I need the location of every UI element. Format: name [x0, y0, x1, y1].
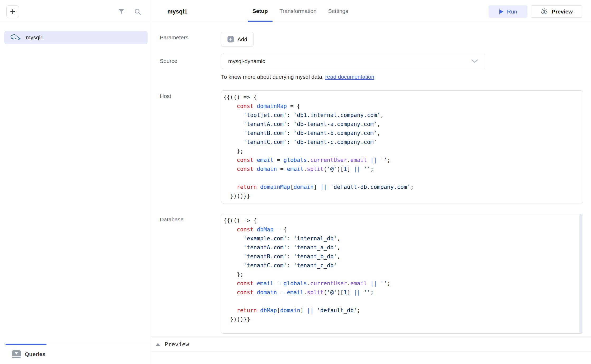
query-item-label: mysql1 — [26, 34, 44, 41]
code-line: {{(() => { — [223, 93, 579, 102]
code-line: 'tenantC.com': 'db-tenant-c.company.com' — [223, 138, 579, 147]
tab-transformation[interactable]: Transformation — [275, 0, 321, 22]
code-line: 'tenantB.com': 'tenant_b_db', — [223, 252, 576, 261]
sidebar-toolbar-icons — [118, 8, 141, 15]
host-label: Host — [160, 93, 171, 99]
add-parameter-button[interactable]: Add — [221, 32, 254, 47]
database-label: Database — [160, 216, 184, 222]
code-line: }; — [223, 147, 579, 156]
filter-icon[interactable] — [118, 8, 125, 15]
database-row: Database {{(() => { const dbMap = { 'exa… — [160, 214, 583, 334]
code-line — [223, 174, 579, 183]
editor-scrollbar[interactable] — [579, 214, 583, 333]
header-actions: Run Preview — [489, 5, 582, 18]
code-line: const domain = email.split('@')[1] || ''… — [223, 288, 576, 297]
code-line: 'tenantC.com': 'tenant_c_db' — [223, 261, 576, 270]
run-button[interactable]: Run — [489, 5, 527, 18]
preview-section-label: Preview — [165, 341, 189, 348]
search-icon[interactable] — [134, 8, 141, 15]
active-panel-indicator — [6, 344, 46, 345]
collapse-up-icon — [156, 343, 160, 346]
code-line: }; — [223, 270, 576, 279]
code-line: const domainMap = { — [223, 102, 579, 111]
query-editor-panel: mysql1 Setup Transformation Settings Run — [151, 0, 591, 364]
code-line: })()}} — [223, 315, 576, 324]
code-line — [223, 297, 576, 306]
code-line: const domain = email.split('@')[1] || ''… — [223, 165, 579, 174]
editor-tabs: Setup Transformation Settings — [248, 0, 355, 22]
sidebar-toolbar — [0, 0, 151, 23]
source-row: Source mysql-dynamic To know more about … — [160, 54, 583, 80]
code-line: return dbMap[domain] || 'default_db'; — [223, 306, 576, 315]
tab-settings[interactable]: Settings — [323, 0, 353, 22]
code-line: 'tenantB.com': 'db-tenant-b.company.com'… — [223, 129, 579, 138]
query-list-item-mysql1[interactable]: mysql1 — [4, 31, 148, 44]
source-label: Source — [160, 58, 177, 64]
queries-panel-icon — [12, 350, 21, 358]
preview-button[interactable]: Preview — [531, 5, 582, 18]
code-line: return domainMap[domain] || 'default-db.… — [223, 183, 579, 192]
source-select[interactable]: mysql-dynamic — [221, 54, 485, 69]
tab-setup[interactable]: Setup — [248, 0, 273, 22]
code-line: 'tenantA.com': 'tenant_a_db', — [223, 243, 576, 252]
source-select-value: mysql-dynamic — [228, 58, 265, 64]
code-line: const email = globals.currentUser.email … — [223, 279, 576, 288]
code-line: })()}} — [223, 192, 579, 200]
mysql-dolphin-icon — [10, 34, 21, 41]
play-icon — [499, 9, 504, 14]
queries-panel-tab[interactable]: Queries — [0, 344, 151, 364]
preview-button-label: Preview — [552, 8, 573, 15]
add-query-button[interactable] — [6, 5, 19, 18]
plus-icon — [10, 8, 16, 15]
read-documentation-link[interactable]: read documentation — [325, 74, 374, 80]
code-line: 'example.com': 'internal_db', — [223, 234, 576, 243]
parameters-row: Parameters Add — [160, 32, 583, 47]
code-line: 'tenantA.com': 'db-tenant-a.company.com'… — [223, 120, 579, 129]
setup-tab-content: Parameters Add Source mysql-dynamic — [151, 23, 591, 364]
query-list-sidebar: mysql1 Queries — [0, 0, 151, 364]
plus-square-icon — [227, 36, 234, 43]
code-line: const email = globals.currentUser.email … — [223, 156, 579, 165]
chevron-down-icon — [471, 59, 478, 63]
preview-eye-icon — [540, 8, 548, 15]
add-parameter-label: Add — [237, 36, 247, 43]
code-line: const dbMap = { — [223, 225, 576, 234]
documentation-hint: To know more about querying mysql data, … — [221, 74, 583, 80]
documentation-hint-text: To know more about querying mysql data, — [221, 74, 325, 80]
code-line: 'tooljet.com': 'db1.internal.company.com… — [223, 111, 579, 120]
preview-section-toggle[interactable]: Preview — [151, 337, 591, 352]
query-title: mysql1 — [167, 8, 187, 15]
query-editor-header: mysql1 Setup Transformation Settings Run — [151, 0, 591, 23]
query-list: mysql1 — [0, 23, 151, 44]
database-code-editor[interactable]: {{(() => { const dbMap = { 'example.com'… — [221, 214, 583, 334]
queries-panel-label: Queries — [25, 351, 45, 357]
code-line: {{(() => { — [223, 216, 576, 225]
run-button-label: Run — [507, 8, 517, 15]
host-row: Host {{(() => { const domainMap = { 'too… — [160, 90, 583, 203]
parameters-label: Parameters — [160, 34, 189, 40]
host-code-editor[interactable]: {{(() => { const domainMap = { 'tooljet.… — [221, 90, 583, 203]
